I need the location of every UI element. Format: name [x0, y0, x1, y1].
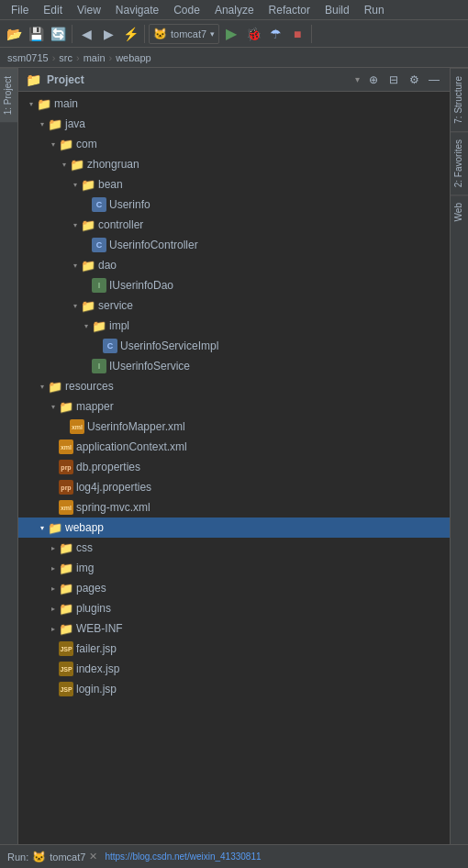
close-run-button[interactable]: ✕ — [89, 851, 97, 862]
close-panel-button[interactable]: — — [426, 72, 442, 88]
tree-item-loginjsp[interactable]: JSP login.jsp — [18, 679, 450, 699]
breadcrumb-webapp[interactable]: webapp — [116, 52, 151, 63]
menu-view[interactable]: View — [70, 2, 108, 18]
tree-item-com[interactable]: 📁 com — [18, 134, 450, 154]
tree-item-resources[interactable]: 📁 resources — [18, 376, 450, 396]
tree-item-main[interactable]: 📁 main — [18, 94, 450, 114]
tree-label-com: com — [76, 138, 97, 150]
tree-item-webinf[interactable]: 📁 WEB-INF — [18, 618, 450, 639]
tree-item-img[interactable]: 📁 img — [18, 558, 450, 578]
panel-title: Project — [47, 73, 350, 86]
tomcat-icon: 🐱 — [153, 28, 167, 40]
menu-build[interactable]: Build — [318, 2, 357, 18]
stop-button[interactable]: ■ — [287, 24, 307, 44]
debug-button[interactable]: 🐞 — [243, 24, 263, 44]
jsp-icon-failer: JSP — [59, 641, 73, 656]
folder-icon-plugins: 📁 — [59, 601, 73, 616]
tree-arrow-img — [48, 562, 59, 573]
breadcrumb-src[interactable]: src — [59, 52, 72, 63]
properties-icon-dbprops: prp — [59, 460, 73, 474]
menu-run[interactable]: Run — [357, 2, 392, 18]
sidebar-tab-web[interactable]: Web — [451, 195, 468, 228]
tree-item-userinfocontroller[interactable]: C UserinfoController — [18, 235, 450, 255]
forward-button[interactable]: ▶ — [98, 24, 118, 44]
folder-icon-dao: 📁 — [81, 258, 95, 273]
tree-item-iuserinfodao[interactable]: I IUserinfoDao — [18, 275, 450, 295]
coverage-button[interactable]: ☂ — [265, 24, 285, 44]
project-panel: 📁 Project ▾ ⊕ ⊟ ⚙ — 📁 main — [18, 68, 450, 844]
tree-arrow-impl — [81, 320, 92, 331]
tree-item-zhongruan[interactable]: 📁 zhongruan — [18, 154, 450, 174]
tree-arrow-resources — [37, 381, 48, 392]
tree-item-dao[interactable]: 📁 dao — [18, 255, 450, 275]
tree-item-dbprops[interactable]: prp db.properties — [18, 457, 450, 477]
folder-icon-css: 📁 — [59, 540, 73, 555]
breadcrumb-ssm0715[interactable]: ssm0715 — [7, 52, 49, 63]
tree-label-zhongruan: zhongruan — [87, 158, 139, 171]
xml-icon-springmvc: xml — [59, 500, 73, 515]
tree-item-userinfo[interactable]: C Userinfo — [18, 195, 450, 215]
tree-label-userinfomapper: UserinfoMapper.xml — [87, 420, 185, 433]
tree-item-controller[interactable]: 📁 controller — [18, 215, 450, 235]
tree-item-springmvc[interactable]: xml spring-mvc.xml — [18, 497, 450, 517]
tree-item-impl[interactable]: 📁 impl — [18, 316, 450, 336]
menu-edit[interactable]: Edit — [36, 2, 70, 18]
breadcrumb-sep-1: › — [52, 52, 56, 63]
run-config-dropdown-icon: ▾ — [210, 29, 215, 39]
navigate-button[interactable]: ⚡ — [120, 24, 140, 44]
status-run-section: Run: 🐱 tomcat7 ✕ — [7, 851, 97, 863]
menu-refactor[interactable]: Refactor — [262, 2, 318, 18]
tree-item-userinfomapper[interactable]: xml UserinfoMapper.xml — [18, 417, 450, 437]
tree-item-bean[interactable]: 📁 bean — [18, 174, 450, 195]
breadcrumb-main[interactable]: main — [84, 52, 106, 63]
tree-arrow-com — [48, 139, 59, 150]
status-tomcat-label[interactable]: tomcat7 — [50, 851, 85, 862]
tree-label-pages: pages — [76, 582, 106, 595]
run-config-selector[interactable]: 🐱 tomcat7 ▾ — [149, 24, 219, 44]
tree-item-indexjsp[interactable]: JSP index.jsp — [18, 659, 450, 679]
file-tree: 📁 main 📁 java 📁 com 📁 — [18, 92, 450, 701]
folder-icon-mapper: 📁 — [59, 399, 73, 414]
main-layout: 1: Project 📁 Project ▾ ⊕ ⊟ ⚙ — 📁 main — [0, 68, 468, 844]
tree-item-iuserinfoservice[interactable]: I IUserinfoService — [18, 356, 450, 376]
tree-item-log4j[interactable]: prp log4j.properties — [18, 477, 450, 497]
breadcrumb-sep-3: › — [109, 52, 113, 63]
save-button[interactable]: 💾 — [26, 24, 46, 44]
run-config-label: tomcat7 — [171, 28, 206, 39]
breadcrumb-sep-2: › — [76, 52, 80, 63]
tree-item-appcontext[interactable]: xml applicationContext.xml — [18, 437, 450, 457]
refresh-button[interactable]: 🔄 — [48, 24, 68, 44]
tree-item-service[interactable]: 📁 service — [18, 295, 450, 316]
open-button[interactable]: 📂 — [4, 24, 24, 44]
tree-arrow-css — [48, 542, 59, 553]
tree-item-userinfoserviceimpl[interactable]: C UserinfoServiceImpl — [18, 336, 450, 356]
back-button[interactable]: ◀ — [76, 24, 96, 44]
tree-item-mapper[interactable]: 📁 mapper — [18, 396, 450, 417]
settings-button[interactable]: ⚙ — [406, 72, 422, 88]
menu-analyze[interactable]: Analyze — [207, 2, 262, 18]
tree-item-failerjsp[interactable]: JSP failer.jsp — [18, 639, 450, 659]
menu-code[interactable]: Code — [166, 2, 207, 18]
tree-item-pages[interactable]: 📁 pages — [18, 578, 450, 598]
tree-item-webapp[interactable]: 📁 webapp — [18, 517, 450, 538]
tree-arrow-pages — [48, 583, 59, 594]
sidebar-tab-project[interactable]: 1: Project — [0, 68, 17, 122]
tree-label-springmvc: spring-mvc.xml — [76, 501, 150, 514]
sidebar-tab-structure[interactable]: 7: Structure — [451, 68, 468, 131]
menu-file[interactable]: File — [4, 2, 36, 18]
collapse-all-button[interactable]: ⊟ — [385, 72, 402, 88]
status-tomcat-icon: 🐱 — [32, 851, 46, 863]
status-link[interactable]: https://blog.csdn.net/weixin_41330811 — [105, 851, 261, 862]
xml-icon-userinfomapper: xml — [70, 419, 84, 434]
sidebar-tab-favorites[interactable]: 2: Favorites — [451, 131, 468, 195]
run-button[interactable]: ▶ — [221, 24, 241, 44]
tree-arrow-dao — [70, 260, 81, 271]
tree-item-css[interactable]: 📁 css — [18, 538, 450, 558]
menu-navigate[interactable]: Navigate — [108, 2, 166, 18]
tree-arrow-java — [37, 118, 48, 129]
tree-item-plugins[interactable]: 📁 plugins — [18, 598, 450, 618]
panel-header: 📁 Project ▾ ⊕ ⊟ ⚙ — — [18, 68, 450, 92]
tree-item-java[interactable]: 📁 java — [18, 114, 450, 134]
tree-label-iuserinfodao: IUserinfoDao — [109, 279, 173, 292]
locate-button[interactable]: ⊕ — [365, 72, 382, 88]
